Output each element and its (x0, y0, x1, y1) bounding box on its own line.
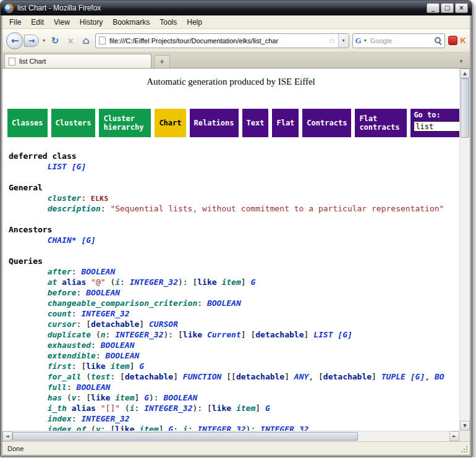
back-arrow-icon: ← (11, 35, 19, 46)
code-text: : (120, 277, 130, 287)
class-name[interactable]: INTEGER_32 (260, 425, 308, 431)
menu-item-help[interactable]: Help (182, 16, 207, 28)
reload-button[interactable]: ↻ (49, 35, 61, 46)
class-name[interactable]: CHAIN* (48, 235, 77, 245)
code-line: General (9, 182, 459, 193)
class-name[interactable]: [G] (338, 330, 352, 339)
code-line: first: [like item] G (9, 361, 459, 371)
feature-name: i (130, 404, 135, 413)
class-name[interactable]: LIST (48, 162, 67, 171)
goto-input[interactable] (414, 121, 459, 132)
menu-item-view[interactable]: View (49, 16, 75, 28)
menu-item-edit[interactable]: Edit (26, 16, 49, 28)
class-name[interactable]: INTEGER_32 (130, 277, 178, 287)
nav-button-flat[interactable]: Flat (272, 109, 299, 137)
menu-item-file[interactable]: File (4, 16, 26, 28)
feature-name: item (221, 277, 240, 287)
class-name[interactable]: G (168, 425, 173, 431)
menu-item-history[interactable]: History (75, 16, 108, 28)
class-name[interactable]: INTEGER_32 (197, 425, 245, 431)
vertical-scroll-track[interactable] (460, 78, 470, 421)
class-name[interactable]: BOOLEAN (101, 340, 135, 350)
history-dropdown-button[interactable]: ▾ (42, 38, 46, 43)
class-name[interactable]: BOOLEAN (164, 393, 198, 402)
code-text: ( (62, 393, 72, 402)
class-name[interactable]: [G] (410, 372, 425, 381)
code-line: for_all (test: [detachable] FUNCTION [[d… (9, 371, 459, 382)
list-all-tabs-button[interactable]: ▾ (456, 56, 467, 67)
class-name[interactable]: ANY (294, 372, 308, 381)
home-button[interactable]: ⌂ (80, 35, 92, 46)
code-block: deferred class LIST [G] General cluster:… (9, 151, 459, 431)
code-text: : (106, 330, 116, 339)
code-text: ] (135, 393, 145, 402)
class-name[interactable]: CURSOR (149, 319, 178, 329)
nav-button-relations[interactable]: Relations (190, 109, 239, 137)
class-name[interactable]: BO (435, 372, 444, 381)
nav-button-flat-contracts[interactable]: Flat contracts (355, 109, 407, 137)
nav-button-classes[interactable]: Classes (7, 109, 48, 137)
class-name[interactable]: BOOLEAN (207, 298, 241, 308)
code-text: ): [ (178, 277, 197, 287)
class-name[interactable]: [G] (72, 162, 86, 171)
class-name[interactable]: FUNCTION (183, 372, 222, 381)
addon-icon-k[interactable]: K (461, 36, 466, 45)
code-line: extendible: BOOLEAN (9, 350, 459, 361)
horizontal-scroll-track[interactable] (12, 431, 449, 441)
class-name[interactable]: G (265, 404, 270, 413)
forward-button[interactable]: → (24, 35, 39, 47)
back-button[interactable]: ← (6, 32, 23, 49)
nav-button-text[interactable]: Text (242, 109, 269, 137)
feature-name: description (48, 204, 101, 213)
vertical-scroll-thumb[interactable] (461, 78, 469, 138)
search-input[interactable] (369, 36, 432, 45)
class-name[interactable]: G (139, 362, 144, 371)
scroll-right-button[interactable]: ► (449, 431, 459, 441)
title-bar[interactable]: list Chart - Mozilla Firefox _ □ × (1, 1, 472, 15)
scroll-left-button[interactable]: ◄ (2, 431, 12, 441)
keyword: like (212, 404, 231, 413)
url-dropdown-button[interactable]: ▾ (338, 34, 349, 48)
menu-item-tools[interactable]: Tools (155, 16, 182, 28)
vertical-scrollbar[interactable]: ▲ ▼ (459, 69, 470, 431)
horizontal-scroll-thumb[interactable] (12, 432, 358, 441)
addon-icon-red[interactable] (448, 36, 457, 45)
class-name[interactable]: BOOLEAN (86, 288, 120, 297)
search-engine-dropdown[interactable]: ▾ (363, 38, 367, 43)
stop-button[interactable]: × (64, 36, 77, 46)
resize-grip[interactable] (461, 446, 468, 453)
class-name[interactable]: INTEGER_32 (81, 309, 129, 318)
scroll-up-button[interactable]: ▲ (460, 69, 470, 78)
class-name[interactable]: TUPLE (381, 372, 406, 381)
class-name[interactable]: LIST (313, 330, 333, 339)
bookmark-star-icon[interactable]: ☆ (328, 36, 336, 45)
scroll-down-button[interactable]: ▼ (460, 421, 470, 431)
code-text (86, 277, 91, 287)
maximize-button[interactable]: □ (441, 3, 454, 13)
search-icon[interactable] (434, 36, 442, 44)
class-name[interactable]: BOOLEAN (77, 383, 111, 392)
class-name[interactable]: [G] (81, 235, 95, 245)
code-line (9, 172, 459, 182)
url-input[interactable] (108, 36, 326, 45)
class-name[interactable]: Current (207, 330, 241, 339)
nav-button-contracts[interactable]: Contracts (302, 109, 351, 137)
minimize-button[interactable]: _ (427, 3, 440, 13)
class-name[interactable]: INTEGER_32 (115, 330, 163, 339)
nav-button-chart[interactable]: Chart (155, 109, 185, 137)
close-button[interactable]: × (455, 3, 468, 13)
class-name[interactable]: INTEGER_32 (144, 404, 192, 413)
new-tab-button[interactable]: + (154, 55, 170, 68)
tab-list-chart[interactable]: list Chart (4, 54, 151, 68)
class-name[interactable]: BOOLEAN (81, 267, 115, 276)
class-name[interactable]: G (144, 393, 149, 402)
class-name[interactable]: INTEGER_32 (81, 414, 129, 423)
code-text: : [ (101, 425, 115, 431)
class-name[interactable]: G (250, 277, 255, 287)
class-name[interactable]: BOOLEAN (106, 351, 140, 360)
horizontal-scrollbar[interactable]: ◄ ► (2, 431, 459, 441)
menu-item-bookmarks[interactable]: Bookmarks (108, 16, 155, 28)
nav-button-cluster-hierarchy[interactable]: Cluster hierarchy (99, 109, 151, 137)
code-text (67, 404, 72, 413)
nav-button-clusters[interactable]: Clusters (51, 109, 96, 137)
